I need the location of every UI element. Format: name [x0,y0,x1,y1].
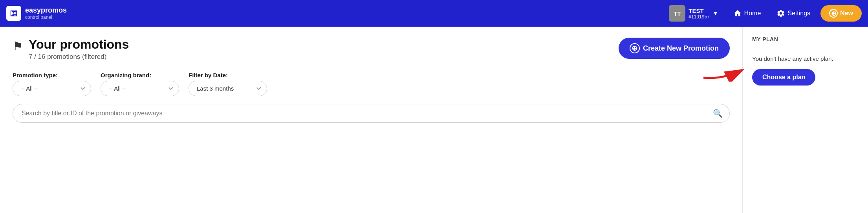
promotions-count: 7 / 16 promotions (filtered) [29,53,129,61]
create-button-label: Create New Promotion [643,44,719,53]
user-info: TEST #1191957 [689,7,709,20]
search-row: 🔍 [13,104,730,123]
search-icon: 🔍 [713,109,723,118]
filters-row: Promotion type: -- All -- Organizing bra… [13,72,730,96]
svg-rect-3 [14,13,16,14]
settings-nav-button[interactable]: Settings [771,6,816,21]
divider [752,48,859,48]
promotions-header: ⚑ Your promotions 7 / 16 promotions (fil… [13,38,730,61]
home-nav-label: Home [744,10,761,17]
logo-icon [6,6,21,21]
logo-text: easypromos control panel [25,7,67,20]
search-input[interactable] [13,104,730,123]
create-promotion-button[interactable]: ⊕ Create New Promotion [619,38,730,59]
page-title: Your promotions [29,38,129,51]
organizing-brand-filter: Organizing brand: -- All -- [101,72,179,96]
logo-area: easypromos control panel [6,6,67,21]
home-nav-button[interactable]: Home [728,6,767,21]
avatar: TT [669,5,685,22]
logo-title: easypromos [25,7,67,15]
organizing-brand-label: Organizing brand: [101,72,179,78]
no-plan-text: You don't have any active plan. [752,55,859,62]
new-button[interactable]: ⊕ New [820,5,862,22]
create-plus-icon: ⊕ [630,43,640,53]
choose-plan-button[interactable]: Choose a plan [752,69,815,86]
date-filter-select[interactable]: Last 3 months [189,81,267,96]
organizing-brand-select[interactable]: -- All -- [101,81,179,96]
promotion-type-select[interactable]: -- All -- [13,81,91,96]
main-wrapper: ⚑ Your promotions 7 / 16 promotions (fil… [0,27,868,213]
title-section: ⚑ Your promotions 7 / 16 promotions (fil… [13,38,129,61]
new-plus-icon: ⊕ [829,9,838,18]
my-plan-title: MY PLAN [752,36,859,42]
svg-rect-4 [14,15,16,16]
user-section[interactable]: TT TEST #1191957 ▼ [669,5,718,22]
svg-rect-2 [14,12,16,13]
date-filter: Filter by Date: Last 3 months [189,72,267,96]
main-header: easypromos control panel TT TEST #119195… [0,0,868,27]
date-filter-label: Filter by Date: [189,72,267,78]
promotion-type-filter: Promotion type: -- All -- [13,72,91,96]
user-dropdown-arrow[interactable]: ▼ [713,10,718,16]
right-panel: MY PLAN You don't have any active plan. … [742,27,868,213]
settings-nav-label: Settings [787,10,810,17]
promotion-type-label: Promotion type: [13,72,91,78]
content-area: ⚑ Your promotions 7 / 16 promotions (fil… [0,27,742,213]
new-button-label: New [840,10,853,17]
user-id: #1191957 [689,14,709,20]
logo-subtitle: control panel [25,15,67,20]
user-name: TEST [689,7,709,14]
flag-icon: ⚑ [13,39,23,53]
title-text: Your promotions 7 / 16 promotions (filte… [29,38,129,61]
